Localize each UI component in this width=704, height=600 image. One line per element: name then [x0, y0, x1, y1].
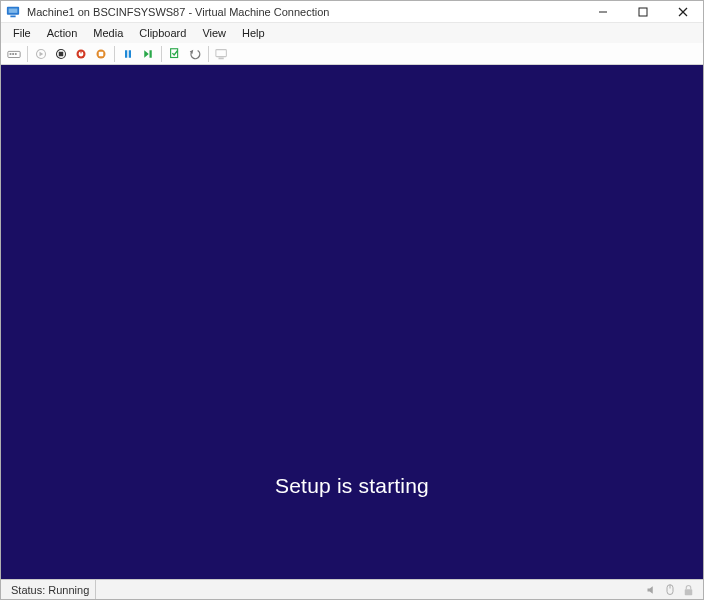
mouse-icon: [663, 583, 677, 597]
svg-rect-17: [80, 50, 81, 53]
pause-button[interactable]: [119, 45, 137, 63]
reset-button[interactable]: [139, 45, 157, 63]
svg-rect-9: [12, 53, 14, 55]
app-icon: [5, 4, 21, 20]
window-controls: [583, 1, 703, 22]
svg-rect-2: [10, 15, 15, 17]
menu-view[interactable]: View: [194, 25, 234, 41]
speaker-icon: [645, 583, 659, 597]
svg-marker-12: [40, 51, 44, 56]
ctrl-alt-del-button[interactable]: [5, 45, 23, 63]
revert-button[interactable]: [186, 45, 204, 63]
close-button[interactable]: [663, 1, 703, 22]
svg-rect-30: [684, 589, 692, 595]
shut-down-button[interactable]: [72, 45, 90, 63]
start-button: [32, 45, 50, 63]
save-button[interactable]: [92, 45, 110, 63]
svg-rect-14: [59, 51, 64, 56]
titlebar: Machine1 on BSCINFSYSWS87 - Virtual Mach…: [1, 1, 703, 23]
menu-file[interactable]: File: [5, 25, 39, 41]
svg-rect-8: [10, 53, 12, 55]
menu-clipboard[interactable]: Clipboard: [131, 25, 194, 41]
window-title: Machine1 on BSCINFSYSWS87 - Virtual Mach…: [27, 6, 329, 18]
svg-rect-19: [99, 51, 104, 56]
svg-rect-24: [171, 48, 178, 57]
vm-display-area[interactable]: Setup is starting: [1, 65, 703, 579]
menu-action[interactable]: Action: [39, 25, 86, 41]
toolbar-separator: [27, 46, 28, 62]
menubar: File Action Media Clipboard View Help: [1, 23, 703, 43]
toolbar-separator: [161, 46, 162, 62]
toolbar: [1, 43, 703, 65]
svg-rect-26: [216, 49, 227, 56]
toolbar-separator: [208, 46, 209, 62]
svg-rect-27: [219, 57, 224, 59]
svg-rect-10: [15, 53, 17, 55]
checkpoint-button[interactable]: [166, 45, 184, 63]
statusbar: Status: Running: [1, 579, 703, 599]
svg-rect-21: [129, 50, 131, 58]
enhanced-session-button: [213, 45, 231, 63]
menu-help[interactable]: Help: [234, 25, 273, 41]
lock-icon: [681, 583, 695, 597]
maximize-button[interactable]: [623, 1, 663, 22]
status-icons: [645, 583, 699, 597]
minimize-button[interactable]: [583, 1, 623, 22]
setup-message: Setup is starting: [275, 474, 429, 498]
vm-connection-window: Machine1 on BSCINFSYSWS87 - Virtual Mach…: [0, 0, 704, 600]
svg-rect-1: [9, 8, 18, 12]
svg-rect-4: [639, 8, 647, 16]
svg-marker-22: [144, 50, 149, 58]
toolbar-separator: [114, 46, 115, 62]
turn-off-button[interactable]: [52, 45, 70, 63]
status-text: Status: Running: [5, 580, 96, 599]
svg-rect-23: [150, 50, 152, 58]
menu-media[interactable]: Media: [85, 25, 131, 41]
svg-rect-20: [125, 50, 127, 58]
